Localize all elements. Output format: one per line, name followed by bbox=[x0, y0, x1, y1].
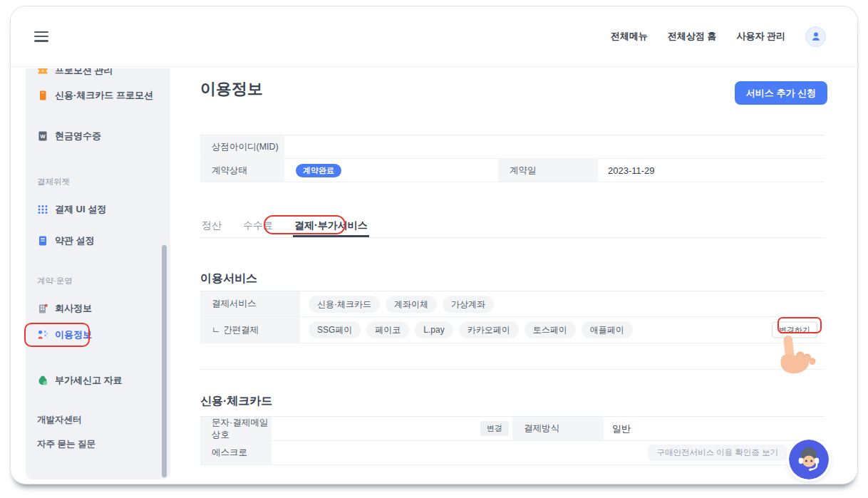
grid-icon bbox=[37, 204, 48, 215]
sidebar-item-label: 결제 UI 설정 bbox=[55, 203, 106, 216]
merchant-name-label: 문자·결제메일 상호 bbox=[200, 417, 272, 440]
top-nav: 전체메뉴 전체상점 홈 사용자 관리 bbox=[611, 26, 826, 47]
table-row: 상점아이디(MID) bbox=[200, 135, 825, 159]
escrow-value: 구매안전서비스 이용 확인증 보기 bbox=[272, 441, 825, 465]
mid-label: 상점아이디(MID) bbox=[200, 135, 284, 158]
sidebar-section-payment-widget: 결제위젯 bbox=[26, 177, 160, 187]
sidebar-item-payment-ui[interactable]: 결제 UI 설정 bbox=[26, 199, 160, 220]
top-bar: 전체메뉴 전체상점 홈 사용자 관리 bbox=[11, 6, 857, 67]
sidebar-item-label: 회사정보 bbox=[55, 302, 92, 315]
tab-fees[interactable]: 수수료 bbox=[242, 216, 274, 237]
person-icon bbox=[810, 31, 822, 42]
contract-date-value: 2023-11-29 bbox=[598, 159, 825, 182]
contract-date-label: 계약일 bbox=[498, 159, 598, 182]
table-row: 문자·결제메일 상호 변경 결제방식 일반 bbox=[200, 417, 825, 441]
sidebar-link-developer-center[interactable]: 개발자센터 bbox=[26, 414, 160, 426]
page-title: 이용정보 bbox=[200, 78, 263, 100]
card-section-title: 신용·체크카드 bbox=[200, 394, 272, 409]
tab-settlement[interactable]: 정산 bbox=[200, 216, 223, 237]
merchant-name-value: 변경 bbox=[272, 417, 512, 440]
spacer-row bbox=[200, 343, 825, 370]
card-info-table: 문자·결제메일 상호 변경 결제방식 일반 에스크로 구매안전서비스 이용 확인… bbox=[200, 416, 825, 465]
sidebar-item-label: 신용·체크카드 프로모션 bbox=[55, 89, 153, 102]
chip-ssgpay: SSG페이 bbox=[309, 321, 361, 338]
chat-support-button[interactable] bbox=[789, 440, 829, 479]
change-name-button[interactable]: 변경 bbox=[480, 421, 509, 436]
escrow-certificate-button[interactable]: 구매안전서비스 이용 확인증 보기 bbox=[648, 445, 787, 462]
sidebar-item-label: 프로모션 관리 bbox=[55, 68, 113, 77]
payment-method-value: 일반 bbox=[604, 417, 825, 440]
tab-bar: 정산 수수료 결제·부가서비스 bbox=[200, 216, 825, 238]
tab-payment-services[interactable]: 결제·부가서비스 bbox=[293, 216, 369, 237]
easypay-chips: SSG페이 페이코 L.pay 카카오페이 토스페이 애플페이 bbox=[300, 317, 825, 343]
payment-services-label: 결제서비스 bbox=[200, 291, 300, 316]
svg-text:W: W bbox=[40, 133, 46, 140]
sidebar: 프로모션 관리 신용·체크카드 프로모션 W 현금영수증 결제위젯 결제 UI … bbox=[26, 68, 170, 479]
sidebar-item-card-promotion[interactable]: 신용·체크카드 프로모션 bbox=[26, 85, 160, 106]
easypay-label: ㄴ 간편결제 bbox=[200, 317, 300, 343]
sidebar-item-label: 부가세신고 자료 bbox=[55, 374, 123, 387]
sidebar-item-company-info[interactable]: 회사정보 bbox=[26, 298, 160, 319]
chip-credit-check-card: 신용·체크카드 bbox=[309, 296, 380, 313]
chip-applepay: 애플페이 bbox=[582, 321, 633, 338]
sidebar-item-cash-receipt[interactable]: W 현금영수증 bbox=[26, 125, 160, 147]
sidebar-item-vat-report[interactable]: 부가세신고 자료 bbox=[26, 370, 160, 391]
escrow-label: 에스크로 bbox=[200, 441, 272, 465]
users-icon bbox=[37, 329, 48, 341]
chip-tosspay: 토스페이 bbox=[525, 321, 576, 338]
sidebar-link-faq[interactable]: 자주 묻는 질문 bbox=[26, 438, 160, 450]
card-icon bbox=[37, 90, 48, 101]
nav-all-menu[interactable]: 전체메뉴 bbox=[611, 30, 648, 43]
receipt-icon: W bbox=[37, 130, 48, 142]
table-row: 결제서비스 신용·체크카드 계좌이체 가상계좌 bbox=[200, 291, 825, 317]
document-icon bbox=[37, 235, 48, 247]
sidebar-item-promotion[interactable]: 프로모션 관리 bbox=[26, 68, 160, 81]
payment-method-label: 결제방식 bbox=[512, 417, 604, 440]
user-avatar[interactable] bbox=[805, 26, 826, 47]
table-row: ㄴ 간편결제 SSG페이 페이코 L.pay 카카오페이 토스페이 애플페이 변… bbox=[200, 317, 825, 343]
chip-kakaopay: 카카오페이 bbox=[459, 321, 519, 338]
table-row: 계약상태 계약완료 계약일 2023-11-29 bbox=[200, 159, 825, 182]
chip-bank-transfer: 계좌이체 bbox=[386, 296, 437, 313]
nav-all-store-home[interactable]: 전체상점 홈 bbox=[668, 30, 717, 43]
ticket-icon bbox=[37, 68, 48, 76]
status-badge: 계약완료 bbox=[296, 164, 341, 177]
sidebar-section-contract-ops: 계약·운영 bbox=[26, 276, 160, 286]
nav-user-management[interactable]: 사용자 관리 bbox=[736, 30, 785, 43]
moneybag-icon bbox=[37, 375, 48, 386]
table-row: 에스크로 구매안전서비스 이용 확인증 보기 bbox=[200, 441, 825, 465]
services-table: 결제서비스 신용·체크카드 계좌이체 가상계좌 ㄴ 간편결제 SSG페이 페이코… bbox=[200, 291, 825, 370]
chip-payco: 페이코 bbox=[366, 321, 409, 338]
contract-status-value: 계약완료 bbox=[284, 159, 498, 182]
sidebar-item-terms[interactable]: 약관 설정 bbox=[26, 230, 160, 251]
sidebar-item-label: 약관 설정 bbox=[55, 234, 95, 247]
sidebar-item-usage-info[interactable]: 이용정보 bbox=[26, 324, 160, 346]
contract-info-table: 상점아이디(MID) 계약상태 계약완료 계약일 2023-11-29 bbox=[200, 135, 825, 182]
payment-service-chips: 신용·체크카드 계좌이체 가상계좌 bbox=[300, 291, 825, 316]
chip-lpay: L.pay bbox=[415, 321, 453, 338]
change-easypay-button[interactable]: 변경하기 bbox=[772, 322, 817, 338]
services-section-title: 이용서비스 bbox=[200, 271, 257, 286]
building-icon bbox=[37, 303, 48, 314]
app-window: 전체메뉴 전체상점 홈 사용자 관리 프로모션 관리 신용·체크카드 프로모션 bbox=[10, 6, 858, 484]
sidebar-item-label: 현금영수증 bbox=[55, 130, 101, 142]
mid-value bbox=[284, 135, 825, 158]
chip-virtual-account: 가상계좌 bbox=[443, 296, 494, 313]
sidebar-item-label: 이용정보 bbox=[55, 328, 92, 341]
sidebar-scrollbar[interactable] bbox=[162, 245, 167, 477]
hamburger-menu-icon[interactable] bbox=[34, 31, 48, 42]
contract-status-label: 계약상태 bbox=[200, 159, 284, 182]
add-service-button[interactable]: 서비스 추가 신청 bbox=[735, 81, 827, 105]
